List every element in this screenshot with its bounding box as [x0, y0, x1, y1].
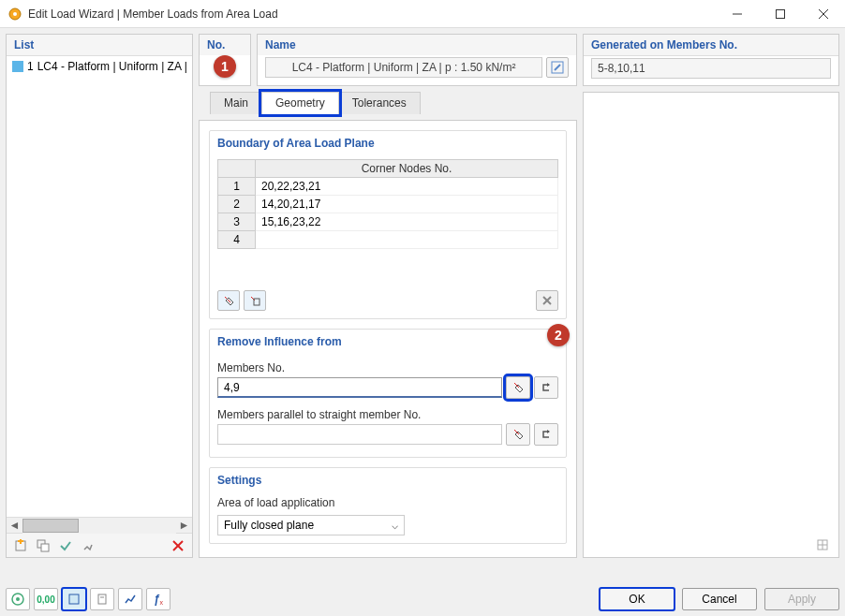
chevron-down-icon: ⌵: [392, 519, 398, 532]
area-application-label: Area of load application: [217, 496, 558, 509]
list-header: List: [7, 35, 192, 56]
copy-nodes-button[interactable]: [244, 290, 266, 311]
fx-button[interactable]: ƒx: [146, 588, 170, 610]
cancel-button[interactable]: Cancel: [682, 588, 757, 610]
tab-content-geometry: Boundary of Area Load Plane Corner Nodes…: [199, 120, 577, 558]
tab-geometry[interactable]: Geometry: [261, 92, 339, 114]
scroll-left-arrow[interactable]: ◄: [7, 518, 22, 534]
pick-nodes-button[interactable]: [217, 290, 240, 311]
new-item-button[interactable]: [10, 535, 31, 556]
minimize-button[interactable]: [716, 0, 759, 28]
list-body: 1 LC4 - Platform | Uniform | ZA | p :: [7, 56, 192, 517]
parallel-members-input[interactable]: [217, 424, 502, 445]
number-header: No.: [200, 35, 250, 55]
corner-col-header: Corner Nodes No.: [256, 160, 558, 178]
preview-options-button[interactable]: [812, 535, 833, 555]
generated-panel: Generated on Members No.: [583, 34, 839, 86]
generated-header: Generated on Members No.: [584, 35, 838, 56]
preview-pane: [584, 93, 838, 533]
title-bar: Edit Load Wizard | Member Loads from Are…: [0, 0, 845, 28]
pick-members-button[interactable]: [506, 376, 530, 399]
svg-point-1: [13, 12, 17, 16]
maximize-button[interactable]: [759, 0, 802, 28]
scroll-right-arrow[interactable]: ►: [176, 518, 192, 534]
table-row[interactable]: 315,16,23,22: [218, 213, 558, 231]
area-application-value: Fully closed plane: [224, 519, 314, 532]
table-row[interactable]: 4: [218, 231, 558, 249]
delete-item-button[interactable]: [168, 535, 188, 556]
number-panel: No. 1: [199, 34, 251, 86]
apply-button: Apply: [764, 588, 839, 610]
area-application-select[interactable]: Fully closed plane ⌵: [217, 515, 405, 535]
remove-influence-group: Remove Influence from 2 Members No.: [209, 329, 567, 458]
name-header: Name: [258, 35, 576, 55]
svg-line-14: [225, 297, 230, 302]
check-button[interactable]: [55, 535, 76, 556]
svg-rect-10: [41, 544, 49, 551]
clear-nodes-button[interactable]: [536, 290, 558, 311]
tab-main[interactable]: Main: [210, 92, 262, 114]
badge-1: 1: [214, 55, 236, 78]
boundary-group: Boundary of Area Load Plane Corner Nodes…: [209, 130, 567, 319]
svg-rect-16: [254, 299, 259, 305]
generated-members-input[interactable]: [591, 58, 831, 79]
members-no-input[interactable]: [217, 377, 502, 398]
table-row[interactable]: 120,22,23,21: [218, 178, 558, 196]
name-input[interactable]: [265, 57, 542, 78]
list-item-num: 1: [27, 60, 34, 73]
corner-nodes-table: Corner Nodes No. 120,22,23,21 214,20,21,…: [217, 159, 558, 249]
pick-parallel-button[interactable]: [506, 423, 530, 446]
dialog-footer: 0,00 ƒx OK Cancel Apply: [6, 588, 839, 610]
view-button[interactable]: [62, 588, 86, 610]
help-button[interactable]: [6, 588, 30, 610]
edit-name-button[interactable]: [546, 57, 569, 78]
list-item-label: LC4 - Platform | Uniform | ZA | p :: [37, 60, 190, 73]
tabs-row: Main Geometry Tolerances: [199, 92, 577, 114]
settings-title: Settings: [210, 468, 566, 492]
units-button[interactable]: 0,00: [34, 588, 58, 610]
settings-group: Settings Area of load application Fully …: [209, 467, 567, 544]
scroll-thumb[interactable]: [22, 519, 79, 533]
svg-rect-3: [777, 9, 785, 18]
window-title: Edit Load Wizard | Member Loads from Are…: [28, 7, 716, 21]
list-panel: List 1 LC4 - Platform | Uniform | ZA | p…: [6, 34, 193, 558]
parallel-members-label: Members parallel to straight member No.: [217, 408, 558, 421]
close-button[interactable]: [802, 0, 845, 28]
table-row[interactable]: 214,20,21,17: [218, 196, 558, 213]
svg-point-25: [16, 597, 20, 601]
svg-rect-26: [69, 594, 79, 604]
members-no-label: Members No.: [217, 361, 558, 374]
copy-item-button[interactable]: [33, 535, 53, 556]
boundary-title: Boundary of Area Load Plane: [210, 131, 566, 155]
reset-parallel-button[interactable]: [534, 423, 558, 446]
list-toolbar: [7, 533, 192, 557]
list-item[interactable]: 1 LC4 - Platform | Uniform | ZA | p :: [8, 58, 190, 75]
app-icon: [7, 7, 22, 22]
settings-button[interactable]: [78, 535, 98, 556]
calc-button[interactable]: [90, 588, 114, 610]
list-item-icon: [12, 61, 23, 72]
name-panel: Name: [257, 34, 577, 86]
remove-influence-title: Remove Influence from: [210, 330, 566, 354]
reset-members-button[interactable]: [534, 376, 558, 399]
tab-tolerances[interactable]: Tolerances: [338, 92, 421, 114]
badge-2: 2: [547, 324, 570, 346]
list-horizontal-scrollbar[interactable]: ◄ ►: [7, 517, 192, 533]
ok-button[interactable]: OK: [600, 588, 675, 610]
graph-button[interactable]: [118, 588, 142, 610]
svg-rect-27: [98, 594, 106, 604]
